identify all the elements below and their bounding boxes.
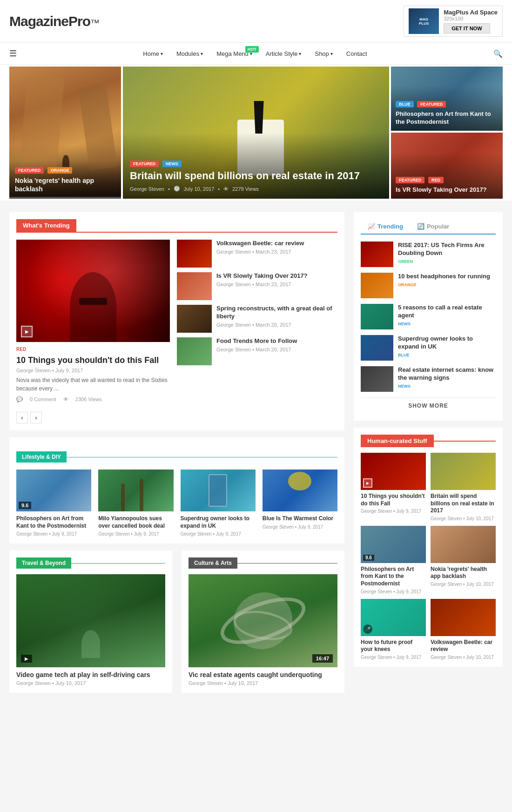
prev-page-button[interactable]: ‹ (16, 412, 28, 423)
list-item[interactable]: Real estate internet scams: know the war… (361, 366, 496, 392)
video-play-badge: ▶ (21, 655, 32, 663)
sidebar-article-title: 10 best headphones for running (398, 273, 496, 281)
hc-image: ▶ (361, 453, 426, 490)
nav-article-style[interactable]: Article Style▾ (260, 44, 307, 64)
score-badge: 9.6 (363, 555, 374, 561)
site-logo[interactable]: MagazinePro™ (9, 13, 99, 29)
hc-article-title: 10 Things you shouldn't do this Fall (361, 493, 426, 507)
culture-image[interactable]: 16:47 (189, 574, 337, 667)
lifestyle-item-title: Philosophers on Art from Kant to the Pos… (16, 515, 91, 530)
tab-popular[interactable]: 🔄 Popular (410, 219, 456, 234)
tab-trending[interactable]: 📈 Trending (361, 219, 410, 235)
hero-center[interactable]: FEATURED NEWS Britain will spend billion… (123, 67, 389, 199)
travel-article-meta: George Steven • July 10, 2017 (16, 680, 165, 686)
travel-image[interactable]: ▶ (16, 574, 165, 667)
lifestyle-item-meta: George Steven • July 9, 2017 (98, 531, 173, 537)
timer-badge: 16:47 (312, 654, 333, 663)
list-item[interactable]: Superdrug owner looks to expand in UK BL… (361, 335, 496, 361)
mic-icon: 🎤 (363, 624, 372, 634)
list-item[interactable]: Britain will spend billions on real esta… (431, 453, 496, 521)
sidebar-tag: ORANGE (398, 282, 496, 287)
hc-article-meta: George Steven • July 9, 2017 (361, 509, 426, 514)
list-item[interactable]: Blue Is The Warmest Color George Steven … (263, 470, 337, 537)
trending-grid: ▶ RED 10 Things you shouldn't do this Fa… (16, 240, 337, 405)
video-icon: ▶ (21, 326, 33, 337)
trending-list: Volkswagen Beetle: car review George Ste… (177, 240, 337, 405)
list-item[interactable]: 5 reasons to call a real estate agent NE… (361, 304, 496, 329)
hero-rt-overlay: BLUE FEATURED Philosophers on Art from K… (391, 95, 503, 131)
nav-home[interactable]: Home▾ (137, 44, 168, 64)
header-top: MagazinePro™ MAG PLUS MagPlus Ad Space 3… (0, 0, 512, 42)
nav-modules[interactable]: Modules▾ (171, 44, 209, 64)
hero-right-bottom[interactable]: FEATURED RED Is VR Slowly Taking Over 20… (391, 133, 503, 199)
chevron-down-icon: ▾ (330, 51, 333, 56)
trending-main-content: RED 10 Things you shouldn't do this Fall… (16, 342, 170, 405)
hero-left-overlay: FEATURED ORANGE Nokia 'regrets' health a… (9, 161, 121, 199)
trending-item-content: Is VR Slowly Taking Over 2017? George St… (216, 272, 337, 287)
list-item[interactable]: 9.6 Philosophers on Art from Kant to the… (361, 526, 426, 594)
chevron-down-icon: ▾ (299, 51, 301, 56)
views-icon: 👁 (63, 396, 68, 403)
search-icon[interactable]: 🔍 (493, 49, 503, 58)
sidebar-article-title: RISE 2017: US Tech Firms Are Doubling Do… (398, 242, 496, 257)
sidebar-tag: BLUE (398, 353, 496, 357)
list-item[interactable]: ▶ 10 Things you shouldn't do this Fall G… (361, 453, 426, 521)
hero-center-overlay: FEATURED NEWS Britain will spend billion… (123, 153, 389, 199)
trending-thumb (177, 240, 212, 268)
lifestyle-item-title: Milo Yiannopoulos sues over cancelled bo… (98, 515, 173, 530)
nav-shop[interactable]: Shop▾ (309, 44, 338, 64)
sidebar-article-title: Superdrug owner looks to expand in UK (398, 335, 496, 351)
trending-item-content: Volkswagen Beetle: car review George Ste… (216, 240, 337, 255)
hero-left[interactable]: FEATURED ORANGE Nokia 'regrets' health a… (9, 67, 121, 199)
travel-article-title: Video game tech at play in self-driving … (16, 671, 165, 678)
list-item[interactable]: Nokia 'regrets' health app backlash Geor… (431, 526, 496, 594)
list-item[interactable]: 9.6 Philosophers on Art from Kant to the… (16, 470, 91, 537)
list-item[interactable]: Food Trends More to Follow George Steven… (177, 337, 337, 365)
ad-cta-button[interactable]: GET IT Now (444, 23, 490, 34)
sidebar-thumb (361, 335, 393, 361)
tag-featured: FEATURED (15, 167, 44, 174)
ad-size: 320x100 (444, 16, 498, 21)
hc-grid: ▶ 10 Things you shouldn't do this Fall G… (361, 453, 496, 660)
trending-main-title: 10 Things you shouldn't do this Fall (16, 356, 170, 365)
travel-section: Travel & Beyond ▶ (9, 550, 172, 693)
hamburger-icon[interactable]: ☰ (9, 43, 17, 64)
hero-right-top[interactable]: BLUE FEATURED Philosophers on Art from K… (391, 67, 503, 131)
hc-article-meta: George Steven • July 10, 2017 (431, 655, 496, 660)
nav-contact[interactable]: Contact (341, 44, 373, 64)
next-page-button[interactable]: › (30, 412, 42, 423)
lifestyle-image (263, 470, 337, 511)
culture-article-title: Vic real estate agents caught underquoti… (189, 671, 337, 678)
trending-main-article[interactable]: ▶ RED 10 Things you shouldn't do this Fa… (16, 240, 170, 405)
show-more-button[interactable]: SHOW MORE (361, 397, 496, 414)
trending-icon: 📈 (368, 223, 375, 230)
culture-section: Culture & Arts 16:47 V (182, 550, 344, 693)
trending-item-meta: George Steven • March 20, 2017 (216, 347, 337, 352)
list-item[interactable]: Volkswagen Beetle: car review George Ste… (177, 240, 337, 268)
content-area: What's Trending ▶ (0, 203, 512, 702)
list-item[interactable]: 10 best headphones for running ORANGE (361, 273, 496, 298)
list-item[interactable]: Milo Yiannopoulos sues over cancelled bo… (98, 470, 173, 537)
list-item[interactable]: RISE 2017: US Tech Firms Are Doubling Do… (361, 242, 496, 267)
hc-article-title: Philosophers on Art from Kant to the Pos… (361, 566, 426, 588)
trending-thumb (177, 337, 212, 365)
trending-item-meta: George Steven • March 23, 2017 (216, 282, 337, 287)
list-item[interactable]: Spring reconstructs, with a great deal o… (177, 305, 337, 333)
sidebar-article-title: 5 reasons to call a real estate agent (398, 304, 496, 320)
trending-item-content: Spring reconstructs, with a great deal o… (216, 305, 337, 328)
trending-thumb (177, 272, 212, 300)
play-icon: ▶ (25, 656, 28, 661)
sidebar-article-title: Real estate internet scams: know the war… (398, 366, 496, 382)
hero-center-title: Britain will spend billions on real esta… (130, 170, 382, 182)
list-item[interactable]: 🎤 How to future proof your knees George … (361, 599, 426, 660)
ad-banner: MAG PLUS MagPlus Ad Space 320x100 GET IT… (404, 6, 503, 37)
whats-trending-section: What's Trending ▶ (9, 212, 344, 430)
trending-item-title: Volkswagen Beetle: car review (216, 240, 337, 248)
hot-badge: HOT (245, 46, 259, 53)
nav-mega-menu[interactable]: Mega Menu▾ HOT (211, 44, 258, 64)
tag-news-center: NEWS (162, 161, 182, 167)
list-item[interactable]: Is VR Slowly Taking Over 2017? George St… (177, 272, 337, 300)
list-item[interactable]: Volkswagen Beetle: car review George Ste… (431, 599, 496, 660)
list-item[interactable]: Superdrug owner looks to expand in UK Ge… (181, 470, 256, 537)
score-badge: 9.6 (19, 502, 31, 509)
